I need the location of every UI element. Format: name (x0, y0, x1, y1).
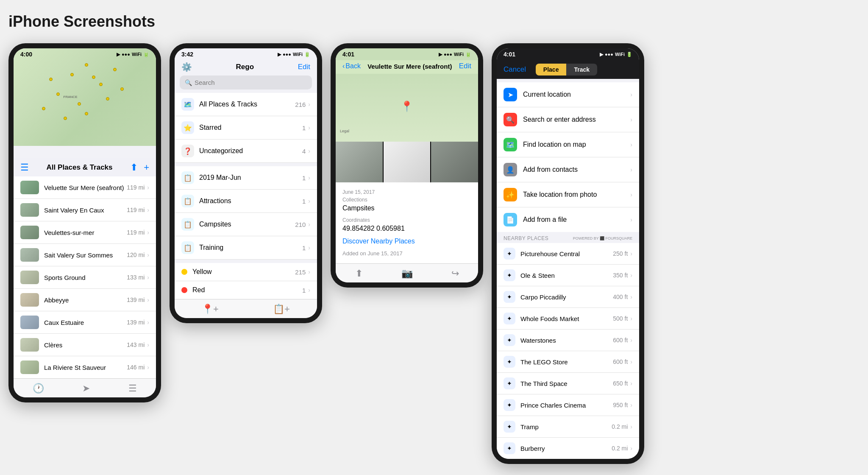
cat-item-uncategorized[interactable]: ❓ Uncategorized 4 › (175, 140, 317, 163)
collection-icon: 📋 (181, 195, 194, 207)
photo-1[interactable] (336, 142, 383, 182)
cat-item-all[interactable]: 🗺️ All Places & Tracks 216 › (175, 93, 317, 116)
nearby-dist: 600 ft (613, 337, 628, 344)
segment-place[interactable]: Place (536, 64, 567, 75)
phone1-nav-bar: ☰ All Places & Tracks ⬆ + (14, 158, 156, 176)
place-name: Sait Valery Sur Sommes (44, 251, 127, 259)
cat-item-yellow[interactable]: Yellow 215 › (175, 263, 317, 281)
share-icon[interactable]: ⬆ (130, 162, 138, 173)
list-item[interactable]: Sports Ground 133 mi › (14, 266, 156, 289)
menu-icon[interactable]: ☰ (20, 162, 29, 173)
nearby-name: Carpo Piccadilly (520, 293, 613, 301)
option-contacts[interactable]: 👤 Add from contacts › (497, 157, 639, 182)
list-item[interactable]: Abbeyye 139 mi › (14, 289, 156, 311)
nearby-header: NEARBY PLACES POWERED BY ⬛ FOURSQUARE (497, 232, 639, 243)
nearby-name: The LEGO Store (520, 358, 613, 366)
option-photo[interactable]: ✨ Take location from photo › (497, 182, 639, 207)
cat-count: 1 (302, 124, 306, 131)
list-item[interactable]: Sait Valery Sur Sommes 120 mi › (14, 244, 156, 266)
nearby-item[interactable]: ✦ Waterstones 600 ft › (497, 330, 639, 351)
nearby-item[interactable]: ✦ Prince Charles Cinema 950 ft › (497, 394, 639, 416)
nearby-item[interactable]: ✦ Tramp 0.2 mi › (497, 416, 639, 438)
tab-add-place-icon[interactable]: 📍+ (202, 304, 219, 315)
map-dot (85, 112, 88, 115)
share-icon[interactable]: ⬆ (355, 268, 363, 279)
list-item[interactable]: Caux Estuaire 139 mi › (14, 311, 156, 334)
list-item[interactable]: Veulettes-sur-mer 119 mi › (14, 221, 156, 244)
cat-label: 2019 Mar-Jun (199, 174, 302, 182)
phone4-nearby-list: ✦ Picturehouse Central 250 ft › ✦ Ole & … (497, 243, 639, 459)
segment-track[interactable]: Track (566, 64, 597, 75)
collections-label: Collections (342, 197, 471, 203)
camera-icon[interactable]: 📷 (401, 268, 413, 279)
phone4-status-bar: 4:01 ▶ ●●● WiFi 🔋 (497, 48, 639, 60)
coordinates-value: 49.854282 0.605981 (342, 225, 471, 232)
phone1-status-icons: ▶ ●●● WiFi 🔋 (117, 52, 149, 57)
phone3-screen: 4:01 ▶ ●●● WiFi 🔋 ‹ Back Veulette Sur Me… (336, 48, 478, 282)
option-search-address[interactable]: 🔍 Search or enter address › (497, 107, 639, 132)
nearby-name: Tramp (520, 423, 612, 430)
cat-item-2019[interactable]: 📋 2019 Mar-Jun 1 › (175, 166, 317, 190)
nearby-dist: 950 ft (613, 402, 628, 408)
discover-nearby-link[interactable]: Discover Nearby Places (342, 238, 471, 245)
chevron-icon: › (308, 221, 310, 228)
cat-count: 210 (295, 221, 306, 228)
add-icon[interactable]: + (144, 162, 149, 173)
list-item[interactable]: La Riviere St Sauveur 146 mi › (14, 356, 156, 378)
search-icon: 🔍 (185, 79, 192, 86)
cat-count: 1 (302, 244, 306, 251)
current-location-icon: ➤ (504, 88, 517, 101)
phone2-screen: 3:42 ▶ ●●● WiFi 🔋 ⚙️ Rego Edit 🔍 🗺️ (175, 48, 317, 318)
phone1-screen: 4:00 ▶ ●●● WiFi 🔋 (14, 48, 156, 397)
cat-item-starred[interactable]: ⭐ Starred 1 › (175, 116, 317, 140)
nearby-item[interactable]: ✦ Carpo Piccadilly 400 ft › (497, 286, 639, 308)
page-title: iPhone Screenshots (8, 13, 860, 31)
nearby-dist: 0.2 mi (612, 423, 628, 430)
forward-icon[interactable]: ↪ (451, 268, 459, 279)
tab-list-icon[interactable]: ☰ (128, 383, 137, 394)
tab-clock-icon[interactable]: 🕐 (33, 383, 44, 394)
place-name: Sports Ground (44, 274, 127, 281)
chevron-icon: › (630, 337, 632, 344)
search-input[interactable] (195, 79, 307, 86)
chevron-icon: › (147, 229, 149, 236)
option-file[interactable]: 📄 Add from a file › (497, 207, 639, 232)
nearby-item[interactable]: ✦ The LEGO Store 600 ft › (497, 351, 639, 373)
thumb-abbeyye (20, 293, 39, 307)
nearby-place-icon: ✦ (504, 377, 515, 389)
list-item[interactable]: Saint Valery En Caux 119 mi › (14, 199, 156, 221)
nearby-item[interactable]: ✦ Burberry 0.2 mi › (497, 438, 639, 459)
place-dist: 119 mi (127, 229, 145, 236)
nearby-item[interactable]: ✦ Picturehouse Central 250 ft › (497, 243, 639, 265)
place-dist: 119 mi (127, 184, 145, 191)
photo-2[interactable] (384, 142, 431, 182)
option-find-map[interactable]: 🗺️ Find location on map › (497, 132, 639, 157)
list-item[interactable]: Clères 143 mi › (14, 334, 156, 356)
nearby-item[interactable]: ✦ Whole Foods Market 500 ft › (497, 308, 639, 330)
edit-button[interactable]: Edit (298, 63, 310, 71)
cancel-button[interactable]: Cancel (504, 65, 526, 74)
list-item[interactable]: Veluette Sur Mere (seafront) 119 mi › (14, 176, 156, 199)
photo-3[interactable] (431, 142, 478, 182)
cat-item-attractions[interactable]: 📋 Attractions 1 › (175, 190, 317, 213)
uncategorized-icon: ❓ (181, 145, 194, 157)
back-button[interactable]: ‹ Back (342, 62, 361, 70)
phone2-search-bar[interactable]: 🔍 (180, 75, 312, 89)
settings-icon[interactable]: ⚙️ (181, 62, 192, 72)
chevron-icon: › (630, 315, 632, 322)
place-dist: 119 mi (127, 207, 145, 213)
cat-item-training[interactable]: 📋 Training 1 › (175, 236, 317, 260)
phone1-time: 4:00 (20, 51, 32, 58)
cat-item-campsites[interactable]: 📋 Campsites 210 › (175, 213, 317, 236)
cat-item-red[interactable]: Red 1 › (175, 281, 317, 299)
phone2: 3:42 ▶ ●●● WiFi 🔋 ⚙️ Rego Edit 🔍 🗺️ (170, 43, 322, 323)
contacts-icon: 👤 (504, 163, 517, 176)
edit-button[interactable]: Edit (459, 62, 471, 70)
option-current-location[interactable]: ➤ Current location › (497, 82, 639, 107)
nearby-place-icon: ✦ (504, 248, 515, 260)
tab-location-icon[interactable]: ➤ (82, 383, 90, 394)
nearby-item[interactable]: ✦ The Third Space 650 ft › (497, 373, 639, 394)
phone2-status-bar: 3:42 ▶ ●●● WiFi 🔋 (175, 48, 317, 60)
tab-add-collection-icon[interactable]: 📋+ (273, 304, 290, 315)
nearby-item[interactable]: ✦ Ole & Steen 350 ft › (497, 265, 639, 286)
